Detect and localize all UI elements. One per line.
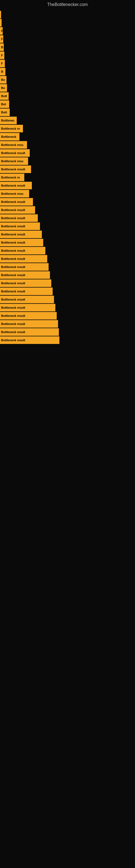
bar-row: Bottleneck result: [0, 320, 135, 328]
bar-row: F: [0, 60, 135, 67]
bar-label: Bottleneck result: [1, 273, 25, 277]
bar-label: Bottleneck resu: [1, 159, 24, 163]
bar-label: Bottleneck result: [1, 257, 25, 260]
bar-label: Bottleneck re: [1, 176, 20, 179]
bar-row: Bottleneck result: [0, 206, 135, 214]
bar: Bottleneck result: [0, 222, 40, 230]
bar: Bottleneck result: [0, 214, 38, 222]
bar: Bottleneck result: [0, 296, 54, 303]
bar: Bottleneck result: [0, 263, 49, 271]
bar-row: Bottleneck result: [0, 296, 135, 303]
bar-row: Bottleneck resu: [0, 190, 135, 197]
bar: Bott: [0, 92, 9, 100]
bar: Bottleneck result: [0, 279, 51, 287]
bar-label: Bottleneck result: [1, 151, 25, 155]
bar-label: Bottleneck re: [1, 127, 20, 130]
bar-row: Bottleneck result: [0, 287, 135, 295]
bar: Bottleneck: [0, 133, 19, 141]
bar-row: Bottleneck result: [0, 279, 135, 287]
bar-row: B: [0, 68, 135, 75]
bar-label: Bott: [1, 111, 7, 114]
bar-label: B: [1, 70, 3, 73]
bar: Bottleneck result: [0, 182, 32, 189]
bar-row: Bottleneck result: [0, 182, 135, 189]
bar: Bo: [0, 84, 7, 92]
bar-label: B: [1, 45, 3, 49]
bar-row: Bottleneck result: [0, 312, 135, 319]
bar-label: Bottleneck result: [1, 225, 25, 228]
bar: B: [0, 43, 4, 51]
bar-label: Bottleneck result: [1, 265, 25, 269]
bar-label: Bottleneck result: [1, 233, 25, 236]
site-header: TheBottlenecker.com: [0, 0, 135, 8]
bar-label: Bottleneck result: [1, 314, 25, 317]
bar: F: [0, 35, 3, 43]
bar-label: Bottleneck result: [1, 306, 25, 309]
bar: F: [0, 27, 3, 35]
bar-row: Bottleneck resu: [0, 141, 135, 149]
bar: [0, 19, 2, 27]
bar-label: F: [1, 37, 3, 41]
bar-row: Bot: [0, 100, 135, 108]
bar-row: Bottleneck result: [0, 271, 135, 279]
bar-label: Bottleneck result: [1, 290, 25, 293]
bar-label: Bottleneck result: [1, 339, 25, 342]
bar: Bot: [0, 100, 9, 108]
bar: Bottlenec: [0, 117, 17, 124]
bar-row: Bottleneck result: [0, 247, 135, 254]
bar: B: [0, 68, 5, 75]
bar: Bottleneck result: [0, 247, 45, 254]
bar: Bottleneck result: [0, 255, 47, 262]
bar-row: Bottleneck result: [0, 304, 135, 311]
bar-row: Bottleneck result: [0, 255, 135, 262]
bar-label: Bottleneck: [1, 135, 16, 138]
bar-row: Bottleneck re: [0, 125, 135, 132]
bar-label: Bottleneck result: [1, 241, 25, 244]
bar-label: F: [1, 54, 3, 57]
bar-label: Bottleneck resu: [1, 192, 24, 195]
bar-row: [0, 11, 135, 19]
bar: F: [0, 60, 5, 67]
bar-row: Bott: [0, 108, 135, 116]
bar: [0, 11, 1, 19]
bar-row: Bo: [0, 76, 135, 84]
bar-row: Bottleneck result: [0, 239, 135, 246]
bar: Bottleneck result: [0, 271, 50, 279]
bar: F: [0, 52, 4, 59]
bar-row: Bottleneck result: [0, 263, 135, 271]
bar-label: Bottleneck result: [1, 208, 25, 212]
bar-label: Bottleneck result: [1, 249, 25, 252]
bar-label: Bo: [1, 78, 5, 82]
bar-row: Bottleneck re: [0, 174, 135, 181]
bar-row: Bottleneck result: [0, 230, 135, 238]
bar: Bottleneck result: [0, 198, 33, 206]
bar: Bottleneck result: [0, 149, 30, 157]
bar: Bott: [0, 108, 10, 116]
bar-row: Bott: [0, 92, 135, 100]
bar-row: [0, 19, 135, 27]
bar: Bottleneck re: [0, 125, 23, 132]
bar-row: Bottlenec: [0, 117, 135, 124]
bar: Bottleneck resu: [0, 190, 29, 197]
bar-label: Bottleneck resu: [1, 143, 24, 147]
bar-row: Bottleneck result: [0, 222, 135, 230]
bar-label: Bottleneck result: [1, 184, 25, 187]
bar-row: B: [0, 43, 135, 51]
bar: Bottleneck result: [0, 206, 35, 214]
bar: Bottleneck re: [0, 174, 24, 181]
site-title: TheBottlenecker.com: [0, 0, 135, 8]
bar-label: Bottleneck result: [1, 167, 25, 171]
bar-row: F: [0, 27, 135, 35]
bar-label: F: [1, 29, 3, 33]
bar-label: Bott: [1, 94, 7, 98]
bar: Bottleneck result: [0, 230, 42, 238]
bar-row: Bottleneck result: [0, 214, 135, 222]
bar-row: Bottleneck result: [0, 328, 135, 336]
bar-label: Bottleneck result: [1, 282, 25, 285]
bar: Bo: [0, 76, 6, 84]
bar-row: Bottleneck resu: [0, 157, 135, 165]
bar: Bottleneck result: [0, 336, 59, 344]
bar-label: Bo: [1, 86, 5, 90]
bar-label: Bottleneck result: [1, 200, 25, 204]
bar-row: Bottleneck result: [0, 149, 135, 157]
